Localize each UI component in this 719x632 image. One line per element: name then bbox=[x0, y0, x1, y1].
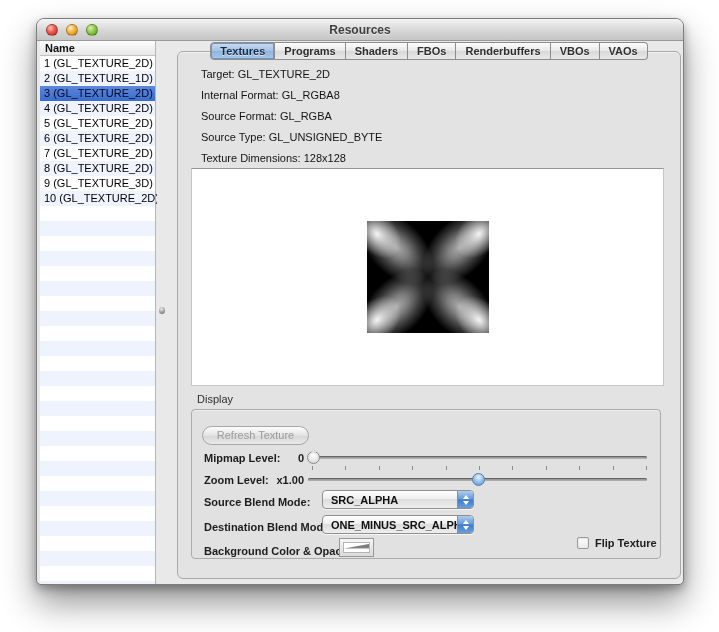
bg-color-label: Background Color & Opacity: bbox=[204, 545, 358, 557]
list-item[interactable]: 9 (GL_TEXTURE_3D) bbox=[40, 176, 155, 191]
tab-fbos[interactable]: FBOs bbox=[408, 42, 456, 60]
mipmap-slider-ticks bbox=[312, 466, 647, 470]
source-blend-label: Source Blend Mode: bbox=[204, 496, 310, 508]
refresh-texture-button[interactable]: Refresh Texture bbox=[202, 426, 309, 445]
window-title: Resources bbox=[37, 23, 683, 37]
list-item[interactable]: 5 (GL_TEXTURE_2D) bbox=[40, 116, 155, 131]
tab-programs[interactable]: Programs bbox=[275, 42, 345, 60]
info-source-format: Source Format: GL_RGBA bbox=[201, 110, 382, 131]
zoom-slider-thumb[interactable] bbox=[472, 473, 485, 486]
title-bar[interactable]: Resources bbox=[37, 19, 683, 41]
zoom-level-value: x1.00 bbox=[264, 474, 304, 486]
zoom-level-label: Zoom Level: bbox=[204, 474, 269, 486]
info-source-type: Source Type: GL_UNSIGNED_BYTE bbox=[201, 131, 382, 152]
list-item[interactable]: 8 (GL_TEXTURE_2D) bbox=[40, 161, 155, 176]
texture-image bbox=[367, 221, 489, 333]
texture-info: Target: GL_TEXTURE_2D Internal Format: G… bbox=[201, 68, 382, 173]
info-internal-format: Internal Format: GL_RGBA8 bbox=[201, 89, 382, 110]
list-header-name[interactable]: Name bbox=[40, 41, 155, 56]
flip-texture-checkbox[interactable] bbox=[577, 537, 589, 549]
mipmap-slider-thumb[interactable] bbox=[307, 451, 320, 464]
list-item[interactable]: 4 (GL_TEXTURE_2D) bbox=[40, 101, 155, 116]
tab-bar: Textures Programs Shaders FBOs Renderbuf… bbox=[177, 42, 681, 60]
zoom-level-slider[interactable] bbox=[308, 472, 647, 487]
tab-textures[interactable]: Textures bbox=[210, 42, 275, 60]
source-blend-value: SRC_ALPHA bbox=[323, 494, 457, 506]
mipmap-level-value: 0 bbox=[264, 452, 304, 464]
list-item[interactable]: 1 (GL_TEXTURE_2D) bbox=[40, 56, 155, 71]
list-empty-area bbox=[40, 206, 155, 584]
info-target: Target: GL_TEXTURE_2D bbox=[201, 68, 382, 89]
dest-blend-popup[interactable]: ONE_MINUS_SRC_ALPHA bbox=[322, 515, 474, 534]
list-item[interactable]: 6 (GL_TEXTURE_2D) bbox=[40, 131, 155, 146]
list-item-selected[interactable]: 3 (GL_TEXTURE_2D) bbox=[40, 86, 155, 101]
window-content: Name 1 (GL_TEXTURE_2D) 2 (GL_TEXTURE_1D)… bbox=[37, 41, 683, 584]
tab-vbos[interactable]: VBOs bbox=[551, 42, 600, 60]
source-blend-popup[interactable]: SRC_ALPHA bbox=[322, 490, 474, 509]
background-color-well[interactable] bbox=[339, 538, 374, 557]
tab-renderbuffers[interactable]: Renderbuffers bbox=[456, 42, 550, 60]
list-item[interactable]: 7 (GL_TEXTURE_2D) bbox=[40, 146, 155, 161]
resources-window: Resources Name 1 (GL_TEXTURE_2D) 2 (GL_T… bbox=[36, 18, 684, 585]
tab-vaos[interactable]: VAOs bbox=[600, 42, 648, 60]
mipmap-slider-track[interactable] bbox=[310, 456, 647, 459]
pane-splitter[interactable] bbox=[157, 41, 177, 584]
resource-list: Name 1 (GL_TEXTURE_2D) 2 (GL_TEXTURE_1D)… bbox=[40, 41, 156, 584]
popup-arrows-icon bbox=[457, 491, 473, 508]
display-group: Refresh Texture Mipmap Level: 0 Zoom Lev… bbox=[191, 409, 661, 559]
dest-blend-label: Destination Blend Mode: bbox=[204, 521, 333, 533]
popup-arrows-icon bbox=[457, 516, 473, 533]
splitter-grip-icon[interactable] bbox=[159, 307, 165, 314]
list-item[interactable]: 10 (GL_TEXTURE_2D) bbox=[40, 191, 155, 206]
display-group-label: Display bbox=[197, 393, 233, 405]
dest-blend-value: ONE_MINUS_SRC_ALPHA bbox=[323, 519, 457, 531]
flip-texture-label[interactable]: Flip Texture bbox=[595, 537, 657, 549]
tab-shaders[interactable]: Shaders bbox=[346, 42, 408, 60]
mipmap-level-slider[interactable] bbox=[310, 450, 647, 465]
list-item[interactable]: 2 (GL_TEXTURE_1D) bbox=[40, 71, 155, 86]
texture-preview-area bbox=[191, 168, 664, 386]
opacity-wedge-icon bbox=[344, 543, 369, 552]
